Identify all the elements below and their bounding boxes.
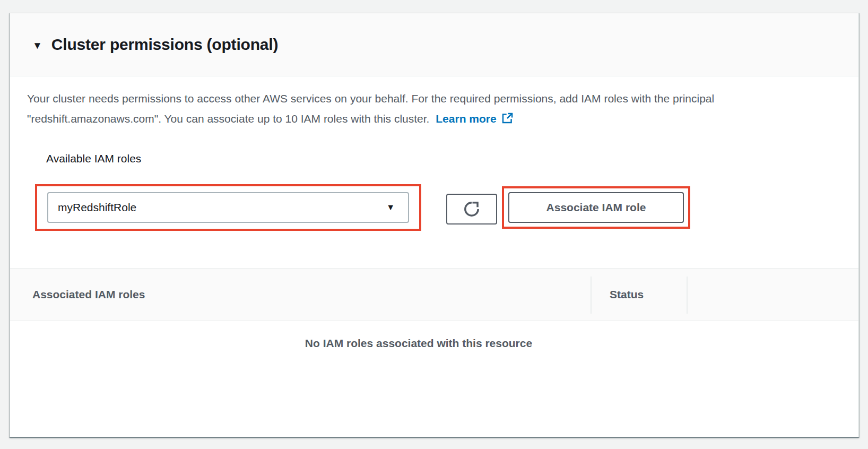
column-divider xyxy=(687,277,688,314)
iam-role-select[interactable]: myRedshiftRole ▼ xyxy=(47,192,409,223)
annotation-highlight-iam-role-select: myRedshiftRole ▼ xyxy=(35,184,421,231)
annotation-highlight-associate-button: Associate IAM role xyxy=(502,186,690,229)
column-divider xyxy=(591,277,592,314)
collapse-triangle-icon[interactable]: ▼ xyxy=(32,40,42,50)
associate-iam-role-button[interactable]: Associate IAM role xyxy=(508,192,684,223)
page: { "section": { "collapse_icon": "▼", "ti… xyxy=(0,0,868,449)
available-iam-roles-label: Available IAM roles xyxy=(46,151,141,166)
section-header[interactable]: ▼ Cluster permissions (optional) xyxy=(10,13,858,76)
section-title: Cluster permissions (optional) xyxy=(51,36,278,54)
section-description: Your cluster needs permissions to access… xyxy=(27,89,834,129)
table-header-row: Associated IAM roles Status xyxy=(10,268,858,321)
learn-more-link[interactable]: Learn more xyxy=(436,113,514,125)
refresh-icon xyxy=(462,200,481,219)
cluster-permissions-panel: ▼ Cluster permissions (optional) Your cl… xyxy=(10,13,859,437)
description-line-1: Your cluster needs permissions to access… xyxy=(27,92,714,105)
iam-role-select-value: myRedshiftRole xyxy=(58,201,136,214)
external-link-icon xyxy=(500,111,514,125)
column-header-associated-iam-roles: Associated IAM roles xyxy=(32,269,145,321)
learn-more-label: Learn more xyxy=(436,113,496,125)
refresh-button[interactable] xyxy=(446,194,497,225)
empty-state-message: No IAM roles associated with this resour… xyxy=(10,337,827,350)
description-line-2: "redshift.amazonaws.com". You can associ… xyxy=(27,113,429,125)
column-header-status: Status xyxy=(610,269,644,321)
chevron-down-icon: ▼ xyxy=(386,203,395,212)
